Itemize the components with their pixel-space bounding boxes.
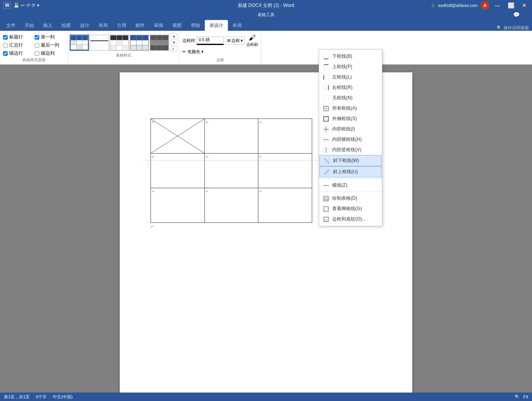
style-scroll-up[interactable]: ▲ bbox=[171, 33, 177, 39]
search-box[interactable]: 🔍 操作说明搜索 bbox=[497, 25, 529, 31]
border-brush-icon: 🖌 bbox=[249, 34, 256, 42]
separator-2 bbox=[319, 192, 382, 192]
border-preview-line bbox=[197, 44, 224, 45]
cb-total-row-input[interactable] bbox=[3, 43, 8, 48]
table-cell-2-1: ↵ bbox=[151, 154, 205, 188]
tab-file[interactable]: 文件 bbox=[2, 20, 20, 31]
table-style-thumb-4[interactable] bbox=[130, 35, 149, 51]
border-menu-inner-h[interactable]: 内部横框线(H) bbox=[319, 134, 382, 145]
tab-view[interactable]: 视图 bbox=[168, 20, 186, 31]
tab-help[interactable]: 帮助 bbox=[186, 20, 205, 31]
title-bar: W 💾 ↩ ↺ ⟳ ▾ 新建 DOCX 文档 (2) - Word ⚠ asdf… bbox=[0, 0, 532, 11]
redo-btn[interactable]: ↺ bbox=[26, 3, 30, 8]
border-dropdown-menu: 下框线(B) 上框线(P) 左框线(L) 右框线(R) bbox=[319, 49, 382, 226]
svg-line-25 bbox=[325, 159, 329, 163]
border-menu-diag-down-label: 斜下框线(W) bbox=[333, 157, 359, 164]
table-cell-1-2: ↵ bbox=[204, 119, 258, 154]
table-cell-3-3: ↵ bbox=[258, 188, 312, 223]
border-menu-inner-v[interactable]: 内部竖框线(V) bbox=[319, 145, 382, 155]
ribbon-chat-icon[interactable]: 💬 bbox=[513, 12, 520, 18]
border-inner-v-icon bbox=[323, 147, 329, 153]
pen-color-btn[interactable]: 笔颜色 ▾ bbox=[187, 49, 204, 55]
style-scroll-more[interactable]: ≡ bbox=[171, 46, 177, 52]
zoom-in-btn[interactable]: 🔍 bbox=[515, 394, 520, 399]
border-all-icon bbox=[323, 105, 329, 112]
doc-area: ↵ ↵ ↵ ↵ ↵ bbox=[0, 65, 532, 393]
cb-last-col: 最后一列 bbox=[35, 42, 59, 48]
fit-label[interactable]: FIt bbox=[523, 394, 528, 399]
cb-total-row: 汇总行 bbox=[3, 42, 23, 48]
table-styles-thumbnails: ▲ ▼ ≡ bbox=[70, 33, 177, 52]
tab-table-design[interactable]: 表设计 bbox=[205, 20, 228, 31]
restore-btn[interactable]: ⬜ bbox=[505, 2, 517, 8]
border-menu-inner[interactable]: 内部框线(I) bbox=[319, 124, 382, 134]
window-title: 新建 DOCX 文档 (2) - Word bbox=[238, 2, 294, 9]
table-style-thumb-5[interactable] bbox=[150, 35, 169, 51]
cell-return-1: ↵ bbox=[152, 120, 155, 124]
border-menu-horizontal[interactable]: 横线(Z) bbox=[319, 180, 382, 190]
tab-references[interactable]: 引用 bbox=[112, 20, 131, 31]
tab-table-layout[interactable]: 布局 bbox=[228, 20, 246, 31]
ribbon-collapse-btn[interactable]: ▲ bbox=[524, 3, 529, 9]
border-menu-top-label: 上框线(P) bbox=[332, 63, 352, 70]
cell-return-8: ↵ bbox=[206, 189, 209, 194]
table-style-thumb-2[interactable] bbox=[90, 35, 109, 51]
tab-insert[interactable]: 插入 bbox=[38, 20, 57, 31]
cb-first-col-input[interactable] bbox=[35, 35, 39, 40]
border-menu-outside[interactable]: 外侧框线(S) bbox=[319, 114, 382, 124]
border-menu-inner-h-label: 内部横框线(H) bbox=[332, 136, 362, 143]
border-diag-down-icon bbox=[324, 158, 330, 164]
tab-design[interactable]: 设计 bbox=[75, 20, 94, 31]
cell-return-3: ↵ bbox=[259, 120, 262, 124]
table-cell-1-3: ↵ bbox=[258, 119, 312, 154]
tab-mailings[interactable]: 邮件 bbox=[131, 20, 149, 31]
border-menu-all-label: 所有框线(A) bbox=[332, 105, 357, 112]
customize-btn[interactable]: ▾ bbox=[37, 3, 39, 8]
borders-shading-icon bbox=[323, 216, 329, 222]
border-menu-view-grid-label: 查看网格线(G) bbox=[332, 206, 362, 212]
border-menu-left[interactable]: 左框线(L) bbox=[319, 72, 382, 82]
user-email[interactable]: asdfsdf@afdssd.com bbox=[438, 3, 478, 8]
cb-header-row: 标题行 bbox=[3, 34, 23, 40]
table-style-thumb-3[interactable] bbox=[110, 35, 129, 51]
minimize-btn[interactable]: — bbox=[492, 2, 502, 8]
svg-rect-29 bbox=[324, 196, 328, 201]
border-inner-h-icon bbox=[323, 137, 329, 143]
user-avatar[interactable]: A bbox=[481, 1, 489, 10]
border-menu-all[interactable]: 所有框线(A) bbox=[319, 103, 382, 114]
cb-banded-rows-input[interactable] bbox=[3, 51, 8, 56]
tab-home[interactable]: 开始 bbox=[20, 20, 38, 31]
border-menu-diag-up[interactable]: 斜上框线(U) bbox=[320, 166, 381, 177]
border-menu-bottom[interactable]: 下框线(B) bbox=[319, 51, 382, 62]
border-menu-top[interactable]: 上框线(P) bbox=[319, 62, 382, 72]
tab-draw[interactable]: 绘图 bbox=[57, 20, 75, 31]
tab-layout[interactable]: 布局 bbox=[94, 20, 112, 31]
title-left: W 💾 ↩ ↺ ⟳ ▾ bbox=[3, 2, 39, 9]
border-brush-btn[interactable]: 🖌 边框刷 bbox=[246, 34, 258, 47]
contextual-tab-bar: 表格工具 💬 bbox=[0, 11, 532, 18]
cb-banded-cols-input[interactable] bbox=[35, 51, 39, 56]
undo-btn[interactable]: ↩ bbox=[21, 3, 25, 8]
border-menu-view-grid[interactable]: 查看网格线(G) bbox=[319, 204, 382, 214]
border-size-input[interactable]: 0.5 磅 bbox=[197, 37, 224, 43]
cb-last-col-input[interactable] bbox=[35, 43, 39, 48]
border-menu-draw-table[interactable]: 绘制表格(D) bbox=[319, 193, 382, 204]
border-size-row: 边框样 0.5 磅 ⊞ 边框 ▾ 🖌 边框刷 bbox=[182, 34, 258, 47]
style-scroll-down[interactable]: ▼ bbox=[171, 40, 177, 45]
border-menu-diag-down[interactable]: 斜下框线(W) bbox=[320, 155, 381, 166]
border-top-icon bbox=[323, 64, 329, 70]
border-dropdown-btn[interactable]: ⊞ 边框 ▾ bbox=[225, 37, 245, 45]
border-menu-none[interactable]: 无框线(N) bbox=[319, 93, 382, 103]
save-btn[interactable]: 💾 bbox=[13, 3, 19, 8]
cb-header-row-input[interactable] bbox=[3, 35, 8, 40]
tab-review[interactable]: 审阅 bbox=[149, 20, 168, 31]
border-menu-outside-label: 外侧框线(S) bbox=[332, 115, 357, 122]
border-menu-borders-shading[interactable]: 边框和底纹(O)... bbox=[319, 214, 382, 224]
border-menu-right[interactable]: 右框线(R) bbox=[319, 82, 382, 93]
cell-return-7: ↵ bbox=[152, 189, 155, 194]
border-section-label: 边框 bbox=[182, 57, 258, 63]
table-style-selected[interactable] bbox=[70, 35, 89, 51]
cb-banded-cols-label: 镶边列 bbox=[41, 50, 55, 57]
svg-rect-8 bbox=[324, 85, 328, 90]
repeat-btn[interactable]: ⟳ bbox=[32, 3, 35, 8]
